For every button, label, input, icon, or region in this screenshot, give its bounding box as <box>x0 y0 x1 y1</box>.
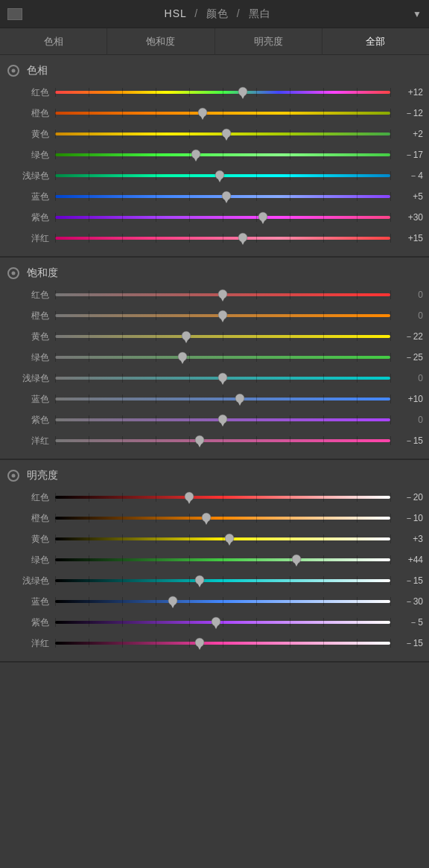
slider-value-hue-3: －17 <box>395 149 423 162</box>
tick-7 <box>290 192 290 201</box>
slider-track-container-hue-3[interactable] <box>55 148 390 162</box>
tick-7 <box>290 374 290 383</box>
slider-track-container-saturation-5[interactable] <box>55 392 390 406</box>
slider-track-container-hue-4[interactable] <box>55 169 390 182</box>
slider-label-luminance-1: 橙色 <box>10 512 49 525</box>
tick-9 <box>357 618 358 627</box>
slider-thumb-hue-3[interactable] <box>191 149 201 161</box>
tick-0 <box>55 415 56 424</box>
slider-track-container-luminance-0[interactable] <box>55 491 390 504</box>
slider-row-luminance-1: 橙色 －10 <box>0 508 429 529</box>
slider-row-hue-6: 紫色 +30 <box>0 207 429 228</box>
tick-2 <box>122 109 123 118</box>
slider-track-container-saturation-7[interactable] <box>55 434 390 447</box>
tab-luminance[interactable]: 明亮度 <box>215 28 322 55</box>
section-luminance-icon[interactable] <box>7 470 19 482</box>
slider-thumb-saturation-1[interactable] <box>217 310 228 322</box>
slider-track-hue-5 <box>55 195 390 198</box>
tick-7 <box>290 597 290 606</box>
tick-0 <box>55 234 56 243</box>
slider-thumb-hue-2[interactable] <box>221 128 232 140</box>
slider-thumb-luminance-1[interactable] <box>201 512 212 524</box>
slider-thumb-saturation-5[interactable] <box>235 393 245 405</box>
slider-track-container-luminance-6[interactable] <box>55 616 390 629</box>
slider-track-container-luminance-3[interactable] <box>55 553 390 567</box>
tick-1 <box>89 290 89 299</box>
slider-thumb-luminance-0[interactable] <box>184 491 194 503</box>
tick-1 <box>89 514 89 523</box>
tick-10 <box>390 88 391 97</box>
slider-row-hue-2: 黄色 +2 <box>0 124 429 144</box>
slider-thumb-luminance-3[interactable] <box>291 554 302 566</box>
tick-10 <box>390 109 391 118</box>
slider-thumb-luminance-4[interactable] <box>194 575 205 587</box>
slider-track-saturation-6 <box>55 418 390 421</box>
slider-thumb-saturation-4[interactable] <box>217 372 228 384</box>
tick-4 <box>189 88 190 97</box>
slider-track-container-luminance-4[interactable] <box>55 574 390 587</box>
tick-3 <box>156 332 156 341</box>
tick-9 <box>357 192 358 201</box>
svg-marker-17 <box>220 297 225 301</box>
tick-6 <box>256 597 257 606</box>
slider-track-container-hue-6[interactable] <box>55 211 390 224</box>
slider-thumb-luminance-6[interactable] <box>211 616 221 628</box>
slider-track-container-hue-5[interactable] <box>55 190 390 203</box>
tick-7 <box>290 395 290 403</box>
tick-1 <box>89 436 89 445</box>
slider-track-luminance-6 <box>55 621 390 624</box>
slider-thumb-hue-0[interactable] <box>238 86 248 98</box>
slider-thumb-luminance-7[interactable] <box>194 637 205 649</box>
tick-7 <box>290 415 290 424</box>
slider-track-container-saturation-0[interactable] <box>55 288 390 301</box>
dropdown-button[interactable]: ▼ <box>413 9 422 19</box>
tick-7 <box>290 109 290 118</box>
slider-thumb-luminance-5[interactable] <box>168 596 178 607</box>
tick-0 <box>55 213 56 222</box>
slider-label-hue-3: 绿色 <box>10 149 49 162</box>
slider-track-container-hue-0[interactable] <box>55 86 390 99</box>
tick-8 <box>323 311 324 320</box>
tick-1 <box>89 576 89 585</box>
slider-label-luminance-3: 绿色 <box>10 554 49 567</box>
slider-track-container-saturation-6[interactable] <box>55 413 390 427</box>
tick-4 <box>189 639 190 648</box>
slider-track-container-luminance-7[interactable] <box>55 636 390 650</box>
section-saturation-icon[interactable] <box>7 267 19 279</box>
slider-thumb-hue-5[interactable] <box>221 191 232 202</box>
tick-10 <box>390 618 391 627</box>
svg-marker-1 <box>241 95 245 99</box>
tab-hue[interactable]: 色相 <box>0 28 107 55</box>
slider-track-container-saturation-4[interactable] <box>55 371 390 385</box>
slider-label-luminance-5: 蓝色 <box>10 596 49 608</box>
slider-thumb-hue-6[interactable] <box>258 211 268 223</box>
tab-all[interactable]: 全部 <box>322 28 429 55</box>
slider-track-container-hue-2[interactable] <box>55 127 390 141</box>
panel-icon[interactable] <box>7 8 22 20</box>
tab-saturation[interactable]: 饱和度 <box>107 28 214 55</box>
slider-thumb-saturation-7[interactable] <box>194 435 205 447</box>
slider-thumb-hue-4[interactable] <box>214 170 225 182</box>
section-hue-header: 色相 <box>0 61 429 82</box>
slider-thumb-saturation-3[interactable] <box>177 351 188 363</box>
slider-thumb-saturation-6[interactable] <box>217 414 228 426</box>
slider-thumb-luminance-2[interactable] <box>224 533 235 545</box>
slider-track-container-luminance-2[interactable] <box>55 532 390 546</box>
slider-track-container-saturation-3[interactable] <box>55 351 390 364</box>
tick-6 <box>256 576 257 585</box>
tick-7 <box>290 290 290 299</box>
slider-track-container-hue-1[interactable] <box>55 106 390 120</box>
slider-thumb-saturation-2[interactable] <box>181 331 191 342</box>
svg-marker-29 <box>220 422 225 427</box>
slider-thumb-hue-7[interactable] <box>238 232 248 244</box>
slider-track-container-hue-7[interactable] <box>55 232 390 245</box>
slider-track-container-luminance-1[interactable] <box>55 511 390 525</box>
slider-label-saturation-5: 蓝色 <box>10 393 49 406</box>
slider-thumb-saturation-0[interactable] <box>217 289 228 301</box>
slider-track-container-saturation-1[interactable] <box>55 309 390 322</box>
tick-9 <box>357 290 358 299</box>
slider-track-container-luminance-5[interactable] <box>55 595 390 608</box>
section-hue-icon[interactable] <box>7 65 19 77</box>
slider-thumb-hue-1[interactable] <box>197 107 208 119</box>
slider-track-container-saturation-2[interactable] <box>55 330 390 343</box>
